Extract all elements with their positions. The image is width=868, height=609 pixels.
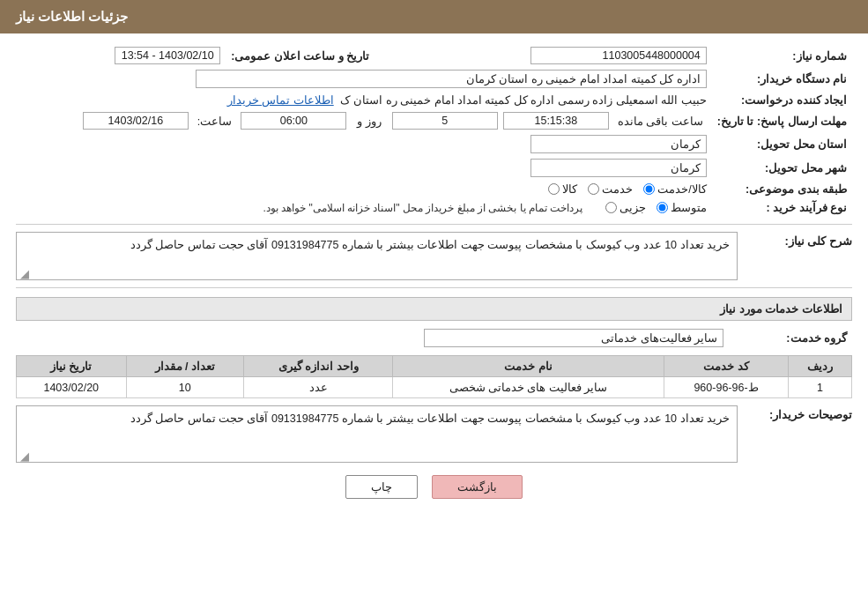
mohlat-baqi-label: ساعت باقی مانده (618, 115, 703, 128)
mohlat-date-field: 1403/02/16 (83, 112, 189, 130)
cell-vahed_andaze: عدد (244, 377, 393, 398)
radio-kala-input[interactable] (548, 183, 560, 195)
grouh-field: سایر فعالیت‌های خدماتی (424, 329, 723, 347)
sharh-row: شرح کلی نیاز: خرید تعداد 10 عدد وب کیوسک… (16, 232, 852, 280)
nooe-farayand-value: جزیی متوسط پرداخت تمام یا بخشی از مبلغ خ… (16, 198, 712, 217)
sharh-box: خرید تعداد 10 عدد وب کیوسک با مشخصات پیو… (16, 232, 738, 280)
table-row: 1ط-96-96-960سایر فعالیت های خدماتی شخصیع… (17, 377, 852, 398)
nooe-note: پرداخت تمام یا بخشی از مبلغ خریداز محل "… (263, 202, 582, 214)
col-tarikh-niaz: تاریخ نیاز (17, 356, 127, 377)
ijad-label: ایجاد کننده درخواست: (712, 91, 852, 109)
shomare-niaz-value: 1103005448000004 (375, 44, 712, 67)
shomare-niaz-field: 1103005448000004 (530, 47, 707, 64)
radio-motavaset-input[interactable] (657, 202, 668, 213)
radio-kala-khadamat: کالا/خدمت (643, 182, 706, 196)
radio-jezvi: جزیی (605, 201, 646, 214)
radio-motavaset: متوسط (657, 201, 707, 214)
grouh-label: گروه خدمت: (729, 326, 852, 350)
cell-radif: 1 (789, 377, 852, 398)
tozihaat-text: خرید تعداد 10 عدد وب کیوسک با مشخصات پیو… (130, 412, 730, 425)
shomare-niaz-label: شماره نیاز: (712, 44, 852, 67)
shahr-value: کرمان (16, 156, 712, 180)
page-wrapper: جزئیات اطلاعات نیاز شماره نیاز: 11030054… (0, 0, 868, 609)
nam-dasgah-field: اداره کل کمیته امداد امام خمینی ره استان… (196, 70, 707, 88)
col-code-khadamat: کد خدمت (664, 356, 788, 377)
sharh-content: خرید تعداد 10 عدد وب کیوسک با مشخصات پیو… (16, 232, 738, 280)
grouh-value: سایر فعالیت‌های خدماتی (16, 326, 729, 350)
resize-icon: ◢ (19, 267, 29, 278)
col-radif: ردیف (789, 356, 852, 377)
tabaqe-value: کالا خدمت کالا/خدمت (16, 180, 712, 198)
mohlat-saat-label: ساعت: (197, 115, 232, 128)
radio-motavaset-label: متوسط (671, 201, 707, 214)
radio-khadamat-input[interactable] (588, 183, 599, 195)
ijad-value: حبیب الله اسمعیلی زاده رسمی اداره کل کمی… (16, 91, 712, 109)
tozihaat-label: توصیحات خریدار: (738, 405, 852, 421)
mohlat-roz-label: روز و (357, 115, 381, 128)
ostan-field: کرمان (530, 135, 707, 153)
radio-kala-khadamat-label: کالا/خدمت (657, 182, 706, 196)
radio-kala-label: کالا (562, 182, 577, 196)
tozihaat-box: خرید تعداد 10 عدد وب کیوسک با مشخصات پیو… (16, 405, 738, 463)
nooe-farayand-label: نوع فرآیند خرید : (712, 198, 852, 217)
divider-2 (16, 287, 852, 288)
page-header: جزئیات اطلاعات نیاز (0, 0, 868, 33)
cell-tedad_megdar: 10 (126, 377, 244, 398)
radio-kala-khadamat-input[interactable] (643, 183, 655, 195)
ostan-value: کرمان (16, 132, 712, 156)
divider-1 (16, 224, 852, 225)
grouh-table: گروه خدمت: سایر فعالیت‌های خدماتی (16, 326, 852, 350)
main-info-table: شماره نیاز: 1103005448000004 تاریخ و ساع… (16, 44, 852, 217)
col-tedad-megdar: تعداد / مقدار (126, 356, 244, 377)
cell-tarikh_niaz: 1403/02/20 (17, 377, 127, 398)
ostan-label: استان محل تحویل: (712, 132, 852, 156)
services-table: ردیف کد خدمت نام خدمت واحد اندازه گیری ت… (16, 355, 852, 398)
ijad-text: حبیب الله اسمعیلی زاده رسمی اداره کل کمی… (340, 94, 707, 107)
ijad-link[interactable]: اطلاعات تماس خریدار (227, 94, 334, 107)
tozihaat-resize-icon: ◢ (19, 449, 29, 460)
main-content: شماره نیاز: 1103005448000004 تاریخ و ساع… (0, 33, 868, 518)
aetilaat-khadamat-header: اطلاعات خدمات مورد نیاز (16, 297, 852, 321)
radio-jezvi-input[interactable] (605, 202, 617, 213)
cell-code_khadamat: ط-96-96-960 (664, 377, 788, 398)
shahr-label: شهر محل تحویل: (712, 156, 852, 180)
mohlat-roz-field: 5 (392, 112, 498, 130)
tarikh-label: تاریخ و ساعت اعلان عمومی: (226, 44, 375, 67)
tozihaat-row: توصیحات خریدار: خرید تعداد 10 عدد وب کیو… (16, 405, 852, 463)
print-button[interactable]: چاپ (345, 475, 418, 499)
tabaqe-label: طبقه بندی موضوعی: (712, 180, 852, 198)
col-vahed-andaze: واحد اندازه گیری (244, 356, 393, 377)
cell-nam_khadamat: سایر فعالیت های خدماتی شخصی (392, 377, 664, 398)
mohlat-value: 1403/02/16 ساعت: 06:00 روز و 5 15:15:38 … (16, 109, 712, 132)
radio-khadamat: خدمت (588, 182, 633, 196)
page-title: جزئیات اطلاعات نیاز (16, 9, 128, 24)
shahr-field: کرمان (530, 159, 707, 177)
sharh-text: خرید تعداد 10 عدد وب کیوسک با مشخصات پیو… (130, 239, 730, 251)
nam-dasgah-label: نام دستگاه خریدار: (712, 67, 852, 91)
mohlat-saat-field: 06:00 (241, 112, 346, 130)
sharh-label: شرح کلی نیاز: (738, 232, 852, 248)
buttons-row: بازگشت چاپ (16, 475, 852, 499)
tarikh-value: 1403/02/10 - 13:54 (16, 44, 226, 67)
radio-kala: کالا (548, 182, 577, 196)
nam-dasgah-value: اداره کل کمیته امداد امام خمینی ره استان… (16, 67, 712, 91)
radio-khadamat-label: خدمت (602, 182, 633, 196)
mohlat-label: مهلت ارسال پاسخ: تا تاریخ: (712, 109, 852, 132)
col-nam-khadamat: نام خدمت (392, 356, 664, 377)
radio-jezvi-label: جزیی (619, 201, 646, 214)
mohlat-baqi-field: 15:15:38 (503, 112, 609, 130)
back-button[interactable]: بازگشت (432, 475, 523, 499)
tarikh-field: 1403/02/10 - 13:54 (115, 47, 220, 64)
tozihaat-content: خرید تعداد 10 عدد وب کیوسک با مشخصات پیو… (16, 405, 738, 463)
